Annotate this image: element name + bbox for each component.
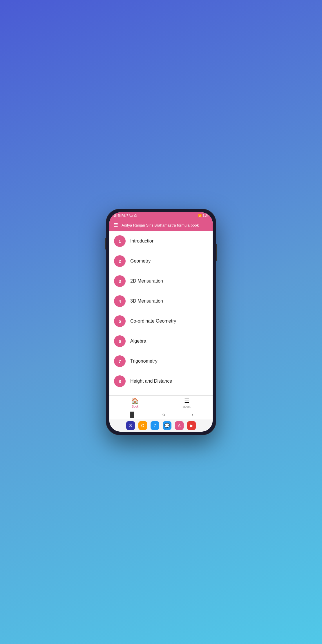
chapter-label: 2D Mensuration (130, 278, 163, 284)
chapter-label: 3D Mensuration (130, 299, 163, 304)
dock-icon-5: A (178, 423, 180, 428)
chapter-label: Algebra (130, 339, 146, 344)
dock-app-3[interactable]: 7 (151, 421, 159, 430)
battery-icon: 81% (203, 214, 209, 217)
dock-icon-6: ▶ (190, 423, 193, 428)
status-icons: 📶 81% (198, 214, 209, 217)
bottom-dock: S O 7 💬 A ▶ (109, 419, 213, 432)
chapter-number-badge: 6 (114, 335, 126, 347)
list-item[interactable]: 32D Mensuration (109, 271, 213, 291)
dock-icon-1: S (129, 423, 132, 428)
app-bar-title: Aditya Ranjan Sir's Brahamastra formula … (122, 223, 199, 227)
dock-icon-3: 7 (154, 423, 156, 428)
chapter-number-badge: 5 (114, 315, 126, 327)
android-nav: ▐▌ ○ ‹ (109, 410, 213, 419)
chapter-label: Height and Distance (130, 379, 172, 384)
chapter-number-badge: 2 (114, 255, 126, 267)
dock-app-2[interactable]: O (138, 421, 147, 430)
chapter-label: Introduction (130, 238, 155, 244)
chapter-number-badge: 3 (114, 275, 126, 287)
wifi-icon: 📶 (198, 214, 202, 217)
list-item[interactable]: 9Number System (109, 391, 213, 395)
list-item[interactable]: 6Algebra (109, 331, 213, 351)
book-icon: 🏠 (131, 397, 139, 404)
nav-about[interactable]: ☰ about (183, 397, 190, 408)
list-item[interactable]: 8Height and Distance (109, 371, 213, 391)
dock-app-1[interactable]: S (126, 421, 135, 430)
chapter-number-badge: 7 (114, 355, 126, 367)
list-item[interactable]: 7Trigonometry (109, 351, 213, 371)
menu-icon[interactable]: ☰ (113, 222, 118, 228)
chapter-label: Co-ordinate Geometry (130, 319, 176, 324)
chapter-label: Geometry (130, 258, 151, 264)
list-item[interactable]: 1Introduction (109, 231, 213, 251)
list-item[interactable]: 5Co-ordinate Geometry (109, 311, 213, 331)
phone-device: 18:48 Fri, 7 Apr @ 📶 81% ☰ Aditya Ranjan… (106, 209, 216, 435)
phone-screen: 18:48 Fri, 7 Apr @ 📶 81% ☰ Aditya Ranjan… (109, 212, 213, 432)
back-button[interactable]: ‹ (192, 412, 193, 418)
dock-app-4[interactable]: 💬 (163, 421, 171, 430)
list-item[interactable]: 43D Mensuration (109, 291, 213, 311)
recents-button[interactable]: ▐▌ (129, 412, 136, 418)
about-label: about (183, 405, 190, 408)
nav-book[interactable]: 🏠 Book (131, 397, 139, 408)
chapter-number-badge: 4 (114, 295, 126, 307)
chapter-label: Trigonometry (130, 359, 158, 364)
status-bar: 18:48 Fri, 7 Apr @ 📶 81% (109, 212, 213, 219)
list-item[interactable]: 2Geometry (109, 251, 213, 271)
dock-icon-2: O (141, 423, 144, 428)
dock-app-6[interactable]: ▶ (187, 421, 196, 430)
home-button[interactable]: ○ (162, 412, 165, 418)
dock-app-5[interactable]: A (175, 421, 184, 430)
chapter-list: 1Introduction2Geometry32D Mensuration43D… (109, 231, 213, 395)
status-time-date: 18:48 Fri, 7 Apr @ (113, 214, 137, 217)
dock-icon-4: 💬 (164, 423, 170, 428)
about-icon: ☰ (184, 397, 189, 404)
book-label: Book (132, 405, 139, 408)
bottom-nav: 🏠 Book ☰ about (109, 395, 213, 410)
chapter-number-badge: 1 (114, 235, 126, 247)
app-bar: ☰ Aditya Ranjan Sir's Brahamastra formul… (109, 219, 213, 231)
chapter-number-badge: 8 (114, 375, 126, 387)
